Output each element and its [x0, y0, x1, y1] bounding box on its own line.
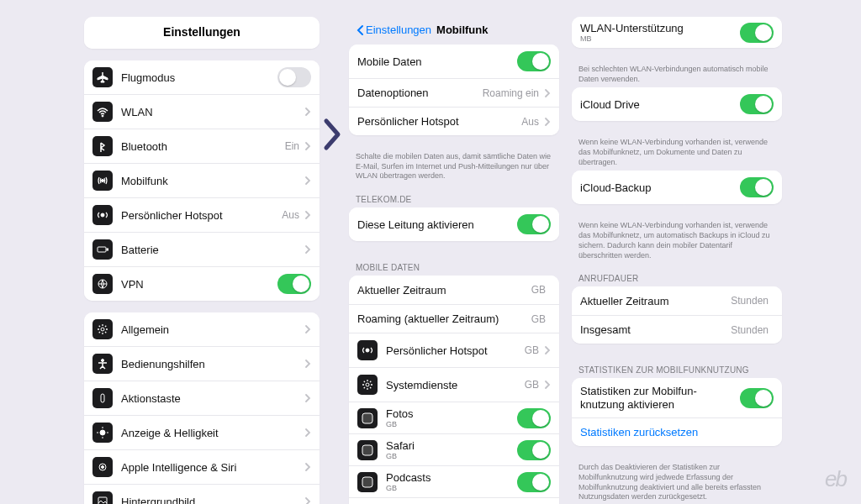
- watermark: eb: [825, 466, 846, 492]
- chevron-right-icon: [304, 496, 311, 504]
- toggle-switch[interactable]: [277, 67, 311, 87]
- row-label: Persönlicher Hotspot: [357, 115, 521, 128]
- toggle-switch[interactable]: [740, 23, 774, 43]
- row-label: iCloud Drive: [580, 98, 740, 111]
- nav-header: Einstellungen Mobilfunk: [349, 17, 559, 45]
- row-label: Systemdienste: [386, 379, 525, 391]
- row-label: Mobile Daten: [357, 55, 517, 68]
- row-label: Hintergrundbild: [121, 496, 304, 505]
- row-value: Stunden: [731, 295, 769, 307]
- list-item[interactable]: Roaming (aktueller Zeitraum)GB: [349, 304, 559, 333]
- antenna-icon: [92, 171, 113, 191]
- row-value: GB: [525, 379, 539, 391]
- row-value: Ein: [285, 140, 299, 152]
- list-item[interactable]: Anzeige & Helligkeit: [84, 415, 320, 449]
- list-item[interactable]: Aktionstaste: [84, 381, 320, 415]
- ai-icon: [92, 457, 113, 477]
- toggle-switch[interactable]: [277, 274, 311, 294]
- toggle-switch[interactable]: [517, 472, 551, 492]
- wifi-icon: [92, 102, 113, 122]
- list-item[interactable]: Hintergrundbild: [84, 484, 320, 504]
- list-item[interactable]: Batterie: [84, 232, 320, 266]
- icloud-backup-group: iCloud-Backup: [572, 171, 782, 204]
- list-item[interactable]: WLAN-UnterstützungMB: [572, 17, 782, 48]
- list-item[interactable]: Aktueller ZeitraumGB: [349, 276, 559, 304]
- list-item[interactable]: Allgemein: [84, 312, 320, 346]
- wallpaper-icon: [92, 491, 113, 504]
- toggle-switch[interactable]: [740, 388, 774, 408]
- cellular-panel: Einstellungen Mobilfunk Mobile DatenDate…: [349, 17, 559, 487]
- list-item[interactable]: Bedienungshilfen: [84, 346, 320, 381]
- row-label: Aktueller Zeitraum: [357, 284, 531, 297]
- row-label: PodcastsGB: [386, 471, 517, 492]
- list-item[interactable]: PodcastsGB: [349, 465, 559, 497]
- gear-icon: [92, 319, 113, 339]
- list-item[interactable]: Persönlicher HotspotAus: [349, 107, 559, 135]
- list-item[interactable]: Persönlicher HotspotAus: [84, 197, 320, 232]
- row-label: SafariGB: [386, 439, 517, 460]
- section-stats: STATISTIKEN ZUR MOBILFUNKNUTZUNG: [572, 355, 782, 378]
- panel-title: Mobilfunk: [436, 24, 488, 36]
- list-item[interactable]: Mobile Daten: [349, 45, 559, 78]
- list-item[interactable]: Persönlicher HotspotGB: [349, 333, 559, 367]
- show-all-row[interactable]: Alle anzeigen: [349, 497, 559, 504]
- list-item[interactable]: Statistiken zur Mobilfun-knutzung aktivi…: [572, 378, 782, 417]
- list-item[interactable]: FotosGB: [349, 402, 559, 433]
- svg-point-9: [100, 430, 105, 435]
- call-time-group: Aktueller ZeitraumStundenInsgesamtStunde…: [572, 286, 782, 344]
- row-label: Persönlicher Hotspot: [386, 344, 525, 357]
- chevron-right-icon: [304, 141, 311, 151]
- list-item[interactable]: BluetoothEin: [84, 129, 320, 163]
- stats-group: Statistiken zur Mobilfun-knutzung aktivi…: [572, 378, 782, 446]
- list-item[interactable]: iCloud Drive: [572, 87, 782, 121]
- list-item[interactable]: InsgesamtStunden: [572, 315, 782, 344]
- back-button[interactable]: Einstellungen: [356, 24, 431, 36]
- list-item[interactable]: Diese Leitung aktivieren: [349, 207, 559, 241]
- list-item[interactable]: VPN: [84, 266, 320, 301]
- section-carrier: TELEKOM.DE: [349, 185, 559, 207]
- svg-point-19: [366, 349, 369, 352]
- chevron-left-icon: [356, 24, 364, 36]
- row-label: Statistiken zur Mobilfun-knutzung aktivi…: [580, 385, 740, 411]
- brightness-icon: [92, 423, 113, 443]
- row-label: Bluetooth: [121, 140, 285, 153]
- list-item[interactable]: Aktueller ZeitraumStunden: [572, 286, 782, 315]
- list-item[interactable]: DatenoptionenRoaming ein: [349, 78, 559, 107]
- nav-arrow-decor: [323, 118, 343, 155]
- row-value: Roaming ein: [483, 87, 539, 99]
- toggle-switch[interactable]: [740, 94, 774, 114]
- toggle-switch[interactable]: [517, 51, 551, 71]
- section-mobile-data: MOBILE DATEN: [349, 253, 559, 276]
- svg-point-6: [101, 328, 104, 331]
- row-label: Statistiken zurücksetzen: [580, 426, 774, 438]
- chevron-right-icon: [544, 380, 551, 390]
- footer-text: Wenn keine WLAN-Verbindung vorhanden ist…: [572, 133, 782, 171]
- list-item[interactable]: SafariGB: [349, 433, 559, 465]
- list-item[interactable]: SystemdiensteGB: [349, 367, 559, 402]
- list-item[interactable]: iCloud-Backup: [572, 171, 782, 204]
- app-icon: [357, 440, 378, 460]
- svg-point-11: [102, 466, 104, 469]
- reset-stats-button[interactable]: Statistiken zurücksetzen: [572, 417, 782, 446]
- svg-rect-3: [98, 247, 106, 252]
- list-item[interactable]: WLAN: [84, 94, 320, 129]
- toggle-switch[interactable]: [517, 214, 551, 234]
- list-item[interactable]: Apple Intelligence & Siri: [84, 449, 320, 484]
- toggle-switch[interactable]: [740, 177, 774, 197]
- row-value: GB: [525, 344, 539, 356]
- chevron-right-icon: [304, 244, 311, 255]
- row-label: Allgemein: [121, 323, 304, 336]
- svg-rect-23: [362, 477, 372, 487]
- airplane-icon: [92, 67, 113, 87]
- settings-panel: Einstellungen FlugmodusWLANBluetoothEinM…: [84, 17, 320, 487]
- toggle-switch[interactable]: [517, 440, 551, 460]
- vpn-icon: [92, 274, 113, 294]
- row-value: Stunden: [731, 324, 769, 336]
- toggle-switch[interactable]: [517, 408, 551, 428]
- row-label: iCloud-Backup: [580, 181, 740, 194]
- cellular-carrier-group: Diese Leitung aktivieren: [349, 207, 559, 241]
- list-item[interactable]: Flugmodus: [84, 60, 320, 94]
- row-value: Aus: [521, 116, 539, 128]
- list-item[interactable]: Mobilfunk: [84, 163, 320, 197]
- row-label: Batterie: [121, 244, 304, 256]
